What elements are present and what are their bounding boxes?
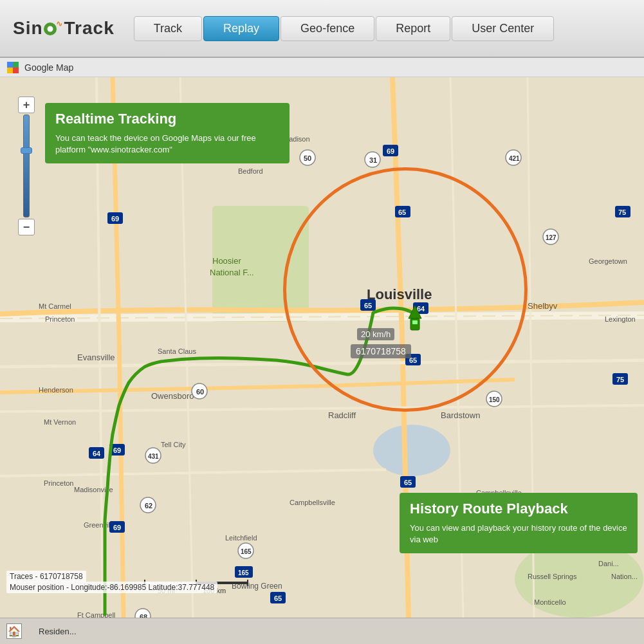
map-toolbar: Google Map — [0, 58, 644, 77]
svg-rect-3 — [13, 68, 19, 73]
svg-text:Tell City: Tell City — [161, 441, 186, 448]
svg-text:69: 69 — [113, 446, 121, 454]
trace-info: Traces - 6170718758 — [6, 571, 86, 582]
home-icon: 🏠 — [6, 623, 22, 639]
svg-rect-2 — [7, 68, 13, 73]
svg-text:65: 65 — [404, 479, 412, 486]
main-nav: Track Replay Geo-fence Report User Cente… — [134, 16, 556, 41]
svg-text:64: 64 — [93, 450, 101, 457]
svg-text:Princeton: Princeton — [45, 315, 75, 323]
svg-text:Santa Claus: Santa Claus — [158, 347, 196, 355]
status-bar: 🏠 Residen... — [0, 618, 644, 644]
svg-rect-0 — [7, 62, 13, 68]
svg-text:150: 150 — [489, 396, 500, 403]
svg-rect-1 — [13, 62, 19, 68]
svg-text:Monticello: Monticello — [534, 598, 566, 606]
svg-text:Georgetown: Georgetown — [589, 257, 627, 265]
svg-text:69: 69 — [111, 215, 119, 223]
logo-text: Sin ∿Track — [13, 18, 115, 39]
zoom-controls: + − — [18, 97, 35, 235]
svg-text:60: 60 — [196, 388, 204, 396]
svg-point-5 — [373, 425, 450, 476]
realtime-body: You can teack the device on Google Maps … — [55, 133, 279, 156]
header: Sin ∿Track Track Replay Geo-fence Report… — [0, 0, 644, 58]
device-id-label: 6170718758 — [351, 344, 411, 358]
svg-text:165: 165 — [241, 548, 252, 555]
svg-text:National F...: National F... — [210, 268, 254, 277]
status-label: Residen... — [39, 627, 77, 636]
svg-text:75: 75 — [616, 376, 624, 383]
svg-text:Princeton: Princeton — [44, 479, 73, 487]
svg-text:65: 65 — [274, 594, 282, 602]
svg-text:Dani...: Dani... — [598, 560, 619, 567]
svg-text:Shelbyv: Shelbyv — [528, 301, 558, 311]
svg-text:Radcliff: Radcliff — [328, 410, 356, 420]
tab-report[interactable]: Report — [376, 16, 450, 41]
svg-text:Ft Campbell: Ft Campbell — [77, 611, 115, 618]
svg-text:Evansville: Evansville — [77, 353, 115, 362]
svg-text:Leitchfield: Leitchfield — [225, 534, 257, 542]
svg-text:31: 31 — [369, 156, 377, 164]
svg-text:Russell Springs: Russell Springs — [528, 573, 577, 580]
google-maps-icon — [6, 61, 19, 74]
svg-text:Hoosier: Hoosier — [212, 256, 241, 266]
mouse-position-label: Mouser position - Longitude:-86.169985 L… — [10, 583, 214, 592]
svg-text:62: 62 — [145, 502, 152, 510]
svg-text:75: 75 — [618, 208, 626, 216]
svg-text:431: 431 — [148, 453, 159, 460]
svg-text:Mt Carmel: Mt Carmel — [39, 302, 71, 310]
svg-text:421: 421 — [509, 155, 520, 162]
history-title: History Route Playback — [410, 501, 627, 517]
svg-text:Bedford: Bedford — [238, 167, 263, 175]
svg-text:68: 68 — [140, 613, 147, 618]
highlight-circle — [283, 167, 528, 412]
realtime-tooltip: Realtime Tracking You can teack the devi… — [45, 103, 290, 163]
tab-geofence[interactable]: Geo-fence — [281, 16, 374, 41]
svg-text:Owensboro: Owensboro — [151, 391, 194, 401]
speed-label: 20 km/h — [357, 328, 394, 340]
mouse-position: Mouser position - Longitude:-86.169985 L… — [6, 582, 217, 593]
svg-text:50: 50 — [304, 154, 311, 162]
svg-text:Mt Vernon: Mt Vernon — [44, 418, 76, 426]
logo: Sin ∿Track — [13, 18, 115, 39]
map-container: Louisville Shelbyv Evansville Owensboro … — [0, 77, 644, 618]
map-label: Google Map — [24, 62, 73, 73]
trace-label: Traces - 6170718758 — [10, 572, 83, 581]
history-body: You can view and playback your history r… — [410, 522, 627, 546]
zoom-out-button[interactable]: − — [18, 219, 35, 235]
svg-text:Bardstown: Bardstown — [441, 410, 480, 420]
history-tooltip: History Route Playback You can view and … — [400, 493, 638, 553]
zoom-slider[interactable] — [23, 115, 30, 217]
svg-text:Campbellsville: Campbellsville — [290, 499, 335, 506]
tab-track[interactable]: Track — [134, 16, 202, 41]
zoom-slider-thumb[interactable] — [21, 147, 32, 154]
zoom-in-button[interactable]: + — [18, 97, 35, 113]
svg-text:69: 69 — [113, 524, 121, 531]
svg-text:Lexington: Lexington — [605, 315, 636, 323]
svg-text:Henderson: Henderson — [39, 386, 73, 394]
svg-text:165: 165 — [238, 569, 249, 576]
realtime-title: Realtime Tracking — [55, 111, 279, 127]
svg-text:Nation...: Nation... — [611, 573, 638, 580]
svg-text:127: 127 — [546, 234, 557, 241]
tab-replay[interactable]: Replay — [203, 16, 279, 41]
tab-usercenter[interactable]: User Center — [452, 16, 554, 41]
svg-text:69: 69 — [387, 147, 394, 155]
